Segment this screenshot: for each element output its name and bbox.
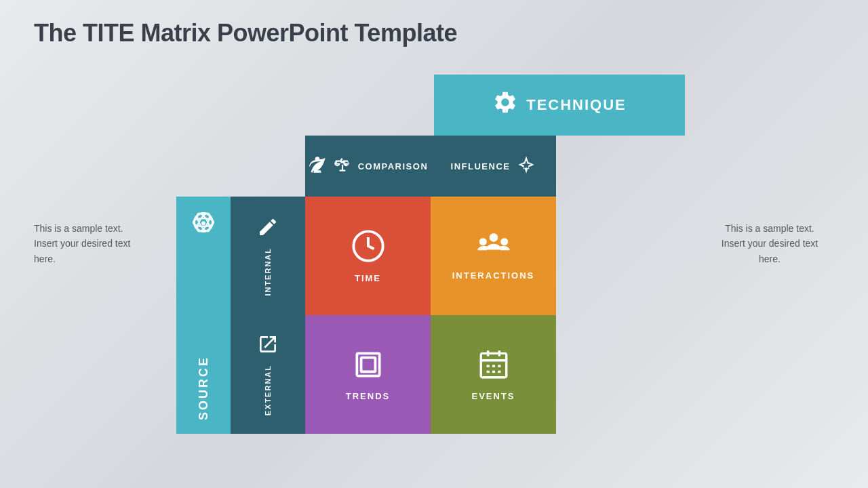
internal-cell: INTERNAL [231,197,305,315]
atom-icon [191,210,216,240]
time-interactions-col: TIME TRENDS [305,197,431,434]
matrix: TECHNIQUE COMPARISON INFLUEN [176,75,685,434]
comparison-cell: COMPARISON [305,136,431,197]
events-label: EVENTS [471,391,515,401]
stamp-icon [351,348,385,384]
interactions-label: INTERACTIONS [452,270,535,281]
external-cell: EXTERNAL [231,315,305,434]
calendar-icon [477,348,511,384]
svg-point-8 [500,238,508,245]
comparison-label: COMPARISON [358,161,429,171]
page-title: The TITE Matrix PowerPoint Template [34,19,457,47]
starburst-icon [517,155,536,177]
source-label: SOURCE [197,356,211,420]
svg-point-7 [479,238,486,245]
right-sample-text: This is a sample text. Insert your desir… [705,221,834,266]
external-label: EXTERNAL [264,365,272,415]
edit-icon [257,216,279,241]
interactions-cell: INTERACTIONS [431,197,556,315]
int-ext-column: INTERNAL EXTERNAL [231,197,305,434]
left-sample-text: This is a sample text. Insert your desir… [34,221,163,266]
external-link-icon [257,333,279,358]
influence-cell: INFLUENCE [431,136,556,197]
svg-point-6 [489,233,498,242]
technique-label: TECHNIQUE [526,96,627,114]
influence-label: INFLUENCE [451,161,511,171]
source-column: SOURCE [176,197,231,434]
technique-cell: TECHNIQUE [434,75,685,136]
events-cell: EVENTS [431,315,556,434]
trends-label: TRENDS [346,391,390,401]
clock-icon [351,228,386,266]
time-cell: TIME [305,197,431,315]
trends-cell: TRENDS [305,315,431,434]
time-label: TIME [355,273,381,283]
scale-icon [308,155,327,177]
balance-icon [334,156,351,176]
svg-rect-5 [361,358,375,372]
internal-label: INTERNAL [264,247,272,296]
gear-icon [492,89,518,121]
people-icon [476,231,511,264]
interactions-events-col: INTERACTIONS [431,197,556,434]
